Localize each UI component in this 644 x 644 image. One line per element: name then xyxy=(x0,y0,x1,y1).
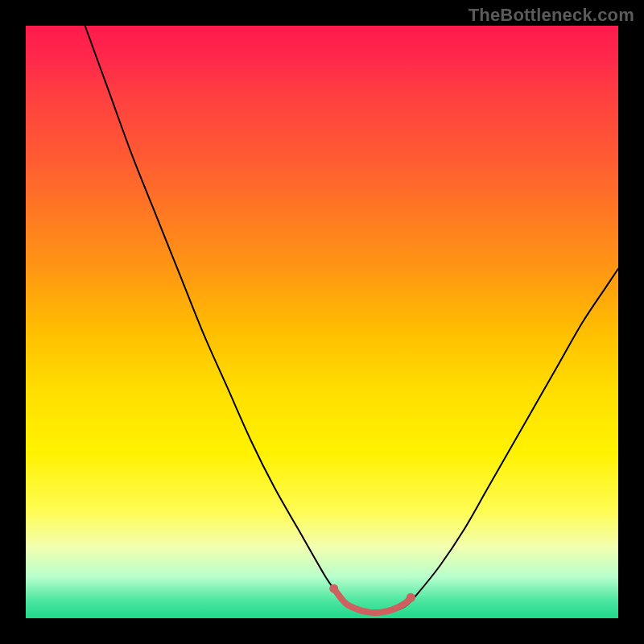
highlight-endpoint xyxy=(407,593,415,602)
highlight-endpoint xyxy=(329,584,338,593)
chart-container: TheBottleneck.com xyxy=(0,0,644,644)
bottleneck-curve xyxy=(85,26,618,613)
plot-area xyxy=(26,26,618,618)
watermark-text: TheBottleneck.com xyxy=(469,5,634,26)
chart-svg xyxy=(26,26,618,618)
highlight-segment xyxy=(334,588,411,613)
